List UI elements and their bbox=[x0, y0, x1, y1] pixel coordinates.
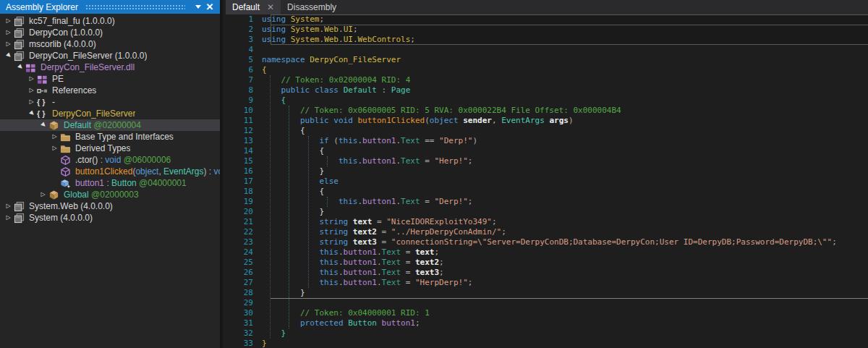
expander-collapsed-icon[interactable]: ▷ bbox=[3, 27, 14, 38]
expander-collapsed-icon[interactable]: ▷ bbox=[26, 85, 37, 96]
tree-item[interactable]: ▷DerpyCon (1.0.0.0) bbox=[0, 27, 220, 38]
tree-item[interactable]: ▷Global @02000003 bbox=[0, 189, 220, 200]
line-number: 9 bbox=[226, 96, 262, 106]
tree-item[interactable]: button1Clicked(object, EventArgs) : void bbox=[0, 166, 220, 177]
tree-item[interactable]: ▶DerpyCon_FileServer (1.0.0.0) bbox=[0, 50, 220, 61]
tree-item[interactable]: ▷System (4.0.0.0) bbox=[0, 212, 220, 224]
code-line-text bbox=[262, 298, 868, 308]
expander-collapsed-icon[interactable]: ▷ bbox=[3, 200, 14, 212]
assembly-explorer-panel: Assembly Explorer ✕ ▷kc57_final_fu (1.0.… bbox=[0, 0, 223, 348]
code-line[interactable]: 31 protected Button button1; bbox=[226, 318, 868, 328]
code-line-text: string text2 = "../HerpDerpyConAdmin/"; bbox=[262, 227, 868, 237]
code-line[interactable]: 1using System; bbox=[226, 14, 868, 25]
code-line[interactable]: 32 } bbox=[226, 328, 868, 339]
code-line[interactable]: 16 } bbox=[226, 166, 868, 177]
line-number: 17 bbox=[226, 177, 262, 187]
expander-collapsed-icon[interactable]: ▷ bbox=[26, 96, 37, 108]
code-line[interactable]: 21 string text = "NiceIDORExploitYo349"; bbox=[226, 217, 868, 227]
code-line[interactable]: 12 { bbox=[226, 126, 868, 136]
code-line[interactable]: 17 else bbox=[226, 177, 868, 187]
code-line[interactable]: 29 bbox=[226, 298, 868, 308]
code-line[interactable]: 20 } bbox=[226, 207, 868, 217]
code-line-text: } bbox=[262, 207, 868, 217]
code-line[interactable]: 8 public class Default : Page bbox=[226, 85, 868, 96]
tree-item[interactable]: ▷{ }- bbox=[0, 96, 220, 108]
line-number: 22 bbox=[226, 227, 262, 237]
line-number: 3 bbox=[226, 35, 262, 45]
code-line[interactable]: 18 { bbox=[226, 187, 868, 197]
tab-label: Disassembly bbox=[287, 2, 336, 12]
tree-item-label: PE bbox=[52, 74, 64, 84]
tree-item[interactable]: ▷References bbox=[0, 85, 220, 96]
code-line[interactable]: 11 public void button1Clicked(object sen… bbox=[226, 116, 868, 126]
panel-dropdown-button[interactable] bbox=[192, 1, 204, 13]
tree-item-label: - bbox=[52, 97, 55, 107]
tree-item[interactable]: .ctor() : void @06000006 bbox=[0, 154, 220, 166]
chevron-down-icon bbox=[195, 5, 201, 9]
line-number: 30 bbox=[226, 308, 262, 318]
code-line[interactable]: 28 } bbox=[226, 288, 868, 298]
tree-item-label: Base Type and Interfaces bbox=[75, 132, 174, 142]
tree-item[interactable]: button1 : Button @04000001 bbox=[0, 177, 220, 189]
code-line[interactable]: 27 this.button1.Text = "HerpDerp!"; bbox=[226, 278, 868, 288]
code-line[interactable]: 23 string text3 = "connectionString=\"Se… bbox=[226, 237, 868, 247]
code-line[interactable]: 13 if (this.button1.Text == "Derp!") bbox=[226, 136, 868, 146]
tree-item[interactable]: ▷System.Web (4.0.0.0) bbox=[0, 200, 220, 212]
tree-item[interactable]: ▶DerpyCon_FileServer.dll bbox=[0, 61, 220, 73]
code-line[interactable]: 22 string text2 = "../HerpDerpyConAdmin/… bbox=[226, 227, 868, 237]
assembly-explorer-header[interactable]: Assembly Explorer ✕ bbox=[0, 0, 220, 14]
code-line[interactable]: 3using System.Web.UI.WebControls; bbox=[226, 35, 868, 45]
tab-disassembly[interactable]: Disassembly bbox=[281, 0, 343, 14]
code-line-text: // Token: 0x06000005 RID: 5 RVA: 0x00002… bbox=[262, 106, 868, 116]
code-line-text: { bbox=[262, 126, 868, 136]
tab-close-icon[interactable]: ✕ bbox=[267, 3, 274, 12]
code-line[interactable]: 24 this.button1.Text = text; bbox=[226, 247, 868, 258]
expander-collapsed-icon[interactable]: ▷ bbox=[49, 131, 60, 143]
code-line-text: } bbox=[262, 328, 868, 339]
tree-item[interactable]: ▷PE bbox=[0, 73, 220, 85]
code-line-text: this.button1.Text = text3; bbox=[262, 268, 868, 278]
code-line[interactable]: 4 bbox=[226, 45, 868, 55]
tree-item-label: DerpyCon_FileServer bbox=[52, 109, 135, 119]
expander-collapsed-icon[interactable]: ▷ bbox=[3, 38, 14, 50]
line-number: 26 bbox=[226, 268, 262, 278]
tree-item[interactable]: ▶{ }DerpyCon_FileServer bbox=[0, 108, 220, 119]
tree-item[interactable]: ▷kc57_final_fu (1.0.0.0) bbox=[0, 15, 220, 27]
code-line[interactable]: 6{ bbox=[226, 65, 868, 75]
assembly-icon bbox=[14, 27, 26, 38]
expander-collapsed-icon[interactable]: ▷ bbox=[26, 73, 37, 85]
code-line[interactable]: 9 { bbox=[226, 96, 868, 106]
expander-collapsed-icon[interactable]: ▷ bbox=[3, 15, 14, 27]
code-line[interactable]: 25 this.button1.Text = text2; bbox=[226, 258, 868, 268]
assembly-icon bbox=[14, 212, 26, 224]
module-icon bbox=[37, 73, 49, 85]
tree-item[interactable]: ▷mscorlib (4.0.0.0) bbox=[0, 38, 220, 50]
line-number: 1 bbox=[226, 14, 262, 25]
code-line-text: { bbox=[262, 146, 868, 156]
code-editor[interactable]: 1using System;2using System.Web.UI;3usin… bbox=[226, 14, 868, 348]
code-line-text: using System.Web.UI; bbox=[262, 25, 868, 35]
panel-close-button[interactable]: ✕ bbox=[204, 1, 216, 13]
code-line[interactable]: 19 this.button1.Text = "Derp!"; bbox=[226, 197, 868, 207]
code-line[interactable]: 2using System.Web.UI; bbox=[226, 25, 868, 35]
tree-item[interactable]: ▶Default @02000004 bbox=[0, 119, 220, 131]
code-line[interactable]: 5namespace DerpyCon_FileServer bbox=[226, 55, 868, 65]
code-line[interactable]: 33} bbox=[226, 339, 868, 348]
line-number: 6 bbox=[226, 65, 262, 75]
code-line-text: this.button1.Text = "HerpDerp!"; bbox=[262, 278, 868, 288]
line-number: 33 bbox=[226, 339, 262, 348]
code-line[interactable]: 7 // Token: 0x02000004 RID: 4 bbox=[226, 75, 868, 85]
tree-item-label: .ctor() : void @06000006 bbox=[75, 155, 171, 165]
expander-collapsed-icon[interactable]: ▷ bbox=[38, 189, 48, 200]
expander-collapsed-icon[interactable]: ▷ bbox=[49, 143, 60, 154]
tree-item[interactable]: ▷Derived Types bbox=[0, 143, 220, 154]
line-number: 10 bbox=[226, 106, 262, 116]
code-line[interactable]: 10 // Token: 0x06000005 RID: 5 RVA: 0x00… bbox=[226, 106, 868, 116]
tab-default[interactable]: Default ✕ bbox=[226, 0, 281, 14]
code-line[interactable]: 15 this.button1.Text = "Herp!"; bbox=[226, 156, 868, 166]
code-line[interactable]: 30 // Token: 0x04000001 RID: 1 bbox=[226, 308, 868, 318]
tree-item[interactable]: ▷Base Type and Interfaces bbox=[0, 131, 220, 143]
code-line[interactable]: 14 { bbox=[226, 146, 868, 156]
code-line[interactable]: 26 this.button1.Text = text3; bbox=[226, 268, 868, 278]
expander-collapsed-icon[interactable]: ▷ bbox=[3, 212, 14, 224]
